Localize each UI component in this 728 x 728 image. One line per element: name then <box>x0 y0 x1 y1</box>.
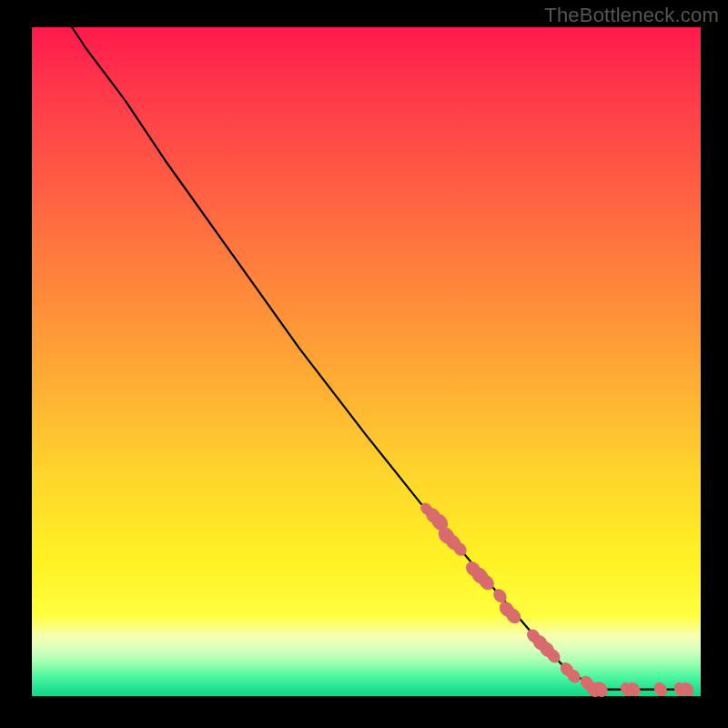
chart-markers <box>419 501 695 700</box>
outer-frame: TheBottleneck.com <box>0 0 728 728</box>
chart-line <box>72 27 687 690</box>
marker-dot <box>652 681 669 698</box>
plot-area <box>32 27 701 696</box>
chart-svg <box>32 27 701 696</box>
watermark-text: TheBottleneck.com <box>544 4 719 27</box>
